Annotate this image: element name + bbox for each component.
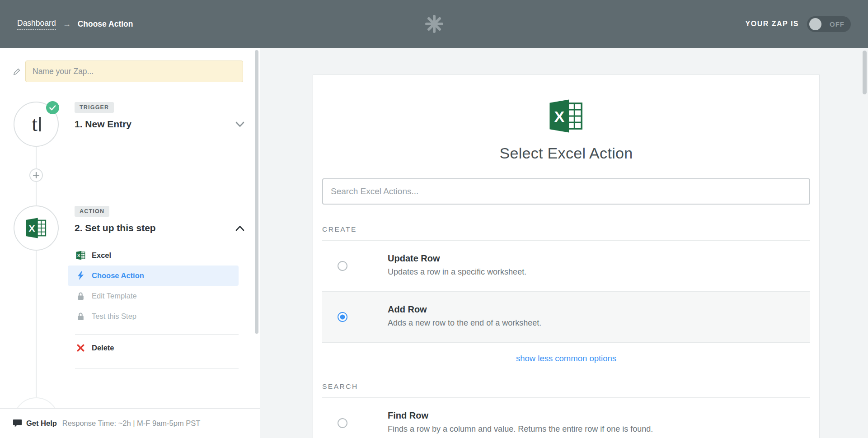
action-step-title: 2. Set up this step [75,223,156,233]
radio-update-row[interactable] [338,261,347,271]
add-step-button[interactable] [29,168,43,182]
divider [322,342,810,343]
delete-label: Delete [92,344,114,352]
x-icon [75,344,86,352]
section-create-header: CREATE [322,225,810,233]
option-description: Finds a row by a column and value. Retur… [388,424,801,434]
timeline-connector [36,107,37,400]
chevron-down-icon[interactable] [235,121,244,127]
option-description: Updates a row in a specific worksheet. [388,267,801,277]
toggle-knob[interactable] [809,18,821,30]
page-title: Select Excel Action [322,144,810,162]
action-badge: ACTION [75,206,109,217]
sidebar-item-choose-action[interactable]: Choose Action [68,266,239,286]
get-help-label: Get Help [26,419,57,428]
zap-status: YOUR ZAP IS OFF [746,16,851,32]
step-complete-badge [46,101,59,114]
option-title: Add Row [388,304,801,315]
trigger-app-icon[interactable]: t [14,102,59,147]
breadcrumb: Dashboard → Choose Action [17,19,133,30]
toggle-state-label: OFF [830,20,845,28]
action-selection-card: X Select Excel Action CREATE Update Row … [313,75,820,438]
action-step-header[interactable]: 2. Set up this step [75,223,244,233]
top-header: Dashboard → Choose Action YOUR ZAP IS OF… [0,0,868,48]
sidebar-item-label: Choose Action [92,271,144,280]
breadcrumb-arrow-icon: → [63,19,71,29]
zap-editor-sidebar: t TRIGGER 1. New Entry X [0,48,260,438]
sidebar-item-edit-template: Edit Template [68,286,239,306]
zap-name-row [13,61,243,82]
main-panel: X Select Excel Action CREATE Update Row … [261,48,868,438]
lock-icon [75,312,86,321]
trigger-badge: TRIGGER [75,102,114,113]
excel-icon: X [25,217,47,239]
sidebar-item-test-step: Test this Step [68,306,239,326]
sidebar-scrollbar[interactable] [255,50,258,334]
action-option-add-row[interactable]: Add Row Adds a new row to the end of a w… [322,292,810,342]
action-option-update-row[interactable]: Update Row Updates a row in a specific w… [322,241,810,291]
show-less-common-options-link[interactable]: show less common options [516,354,616,363]
svg-text:X: X [554,108,564,125]
option-description: Adds a new row to the end of a worksheet… [388,318,801,328]
radio-add-row[interactable] [338,312,347,322]
action-app-icon[interactable]: X [14,205,59,251]
section-search-header: SEARCH [322,382,810,391]
window-scrollbar[interactable] [863,51,867,94]
trigger-step: TRIGGER 1. New Entry [75,102,244,130]
excel-action-search-input[interactable] [322,178,810,205]
action-option-find-row[interactable]: Find Row Finds a row by a column and val… [322,398,810,438]
get-help-link[interactable]: Get Help [13,419,57,428]
typeform-icon: t [32,114,40,135]
trigger-step-header[interactable]: 1. New Entry [75,119,244,130]
breadcrumb-current: Choose Action [78,19,133,29]
chat-bubble-icon [13,419,22,428]
plus-icon [33,172,39,178]
sidebar-item-label: Test this Step [92,312,136,321]
trigger-step-title: 1. New Entry [75,119,131,130]
action-substeps: X Excel Choose Action Edit Template Test… [68,245,239,369]
zapier-logo-icon [425,14,444,33]
sidebar-item-label: Edit Template [92,292,137,300]
zap-on-off-toggle[interactable]: OFF [807,16,851,32]
chevron-up-icon[interactable] [235,225,244,231]
option-title: Update Row [388,253,801,264]
zap-status-label: YOUR ZAP IS [746,20,799,28]
sidebar-item-label: Excel [92,251,111,260]
delete-step-button[interactable]: Delete [68,335,239,361]
zap-name-input[interactable] [25,61,243,82]
breadcrumb-dashboard-link[interactable]: Dashboard [17,19,56,30]
lock-icon [75,292,86,300]
svg-text:X: X [77,253,80,258]
action-step: ACTION 2. Set up this step [75,206,244,233]
response-time-text: Response Time: ~2h | M-F 9am-5pm PST [62,419,201,428]
help-bar: Get Help Response Time: ~2h | M-F 9am-5p… [0,408,260,438]
lightning-icon [75,271,86,280]
link-row: show less common options [322,354,810,363]
radio-find-row[interactable] [338,418,347,428]
divider [75,368,239,369]
sidebar-item-excel[interactable]: X Excel [68,245,239,266]
svg-text:X: X [29,223,35,233]
excel-icon: X [75,251,86,260]
pencil-icon [13,67,21,76]
option-title: Find Row [388,410,801,421]
excel-logo-icon: X [322,75,810,134]
